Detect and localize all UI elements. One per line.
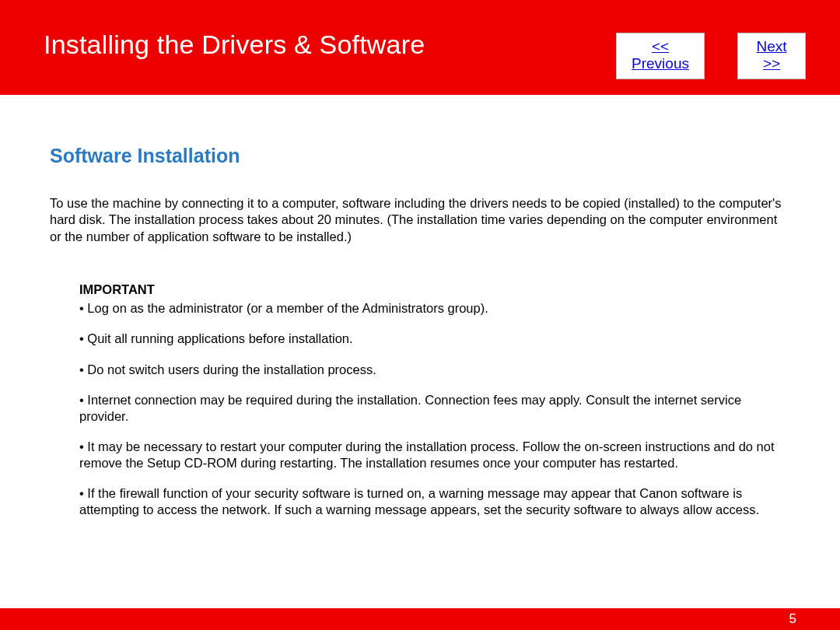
nav-button-group: << Previous Next >> (616, 33, 806, 79)
previous-button[interactable]: << Previous (616, 33, 705, 79)
page-title: Installing the Drivers & Software (44, 30, 425, 60)
bullet-item: • If the firewall function of your secur… (79, 485, 782, 518)
bullet-item: • Quit all running applications before i… (79, 331, 782, 347)
header-bar: Installing the Drivers & Software << Pre… (0, 0, 840, 95)
content-area: Software Installation To use the machine… (0, 95, 840, 518)
section-heading: Software Installation (50, 145, 790, 167)
bullet-item: • It may be necessary to restart your co… (79, 439, 782, 471)
bullet-item: • Log on as the administrator (or a memb… (79, 300, 782, 317)
important-block: IMPORTANT • Log on as the administrator … (50, 282, 790, 518)
next-button[interactable]: Next >> (737, 33, 806, 79)
intro-paragraph: To use the machine by connecting it to a… (50, 195, 790, 245)
bullet-item: • Internet connection may be required du… (79, 392, 782, 425)
important-label: IMPORTANT (79, 282, 782, 297)
footer-bar: 5 (0, 608, 840, 630)
page-number: 5 (789, 611, 796, 627)
bullet-item: • Do not switch users during the install… (79, 362, 782, 378)
